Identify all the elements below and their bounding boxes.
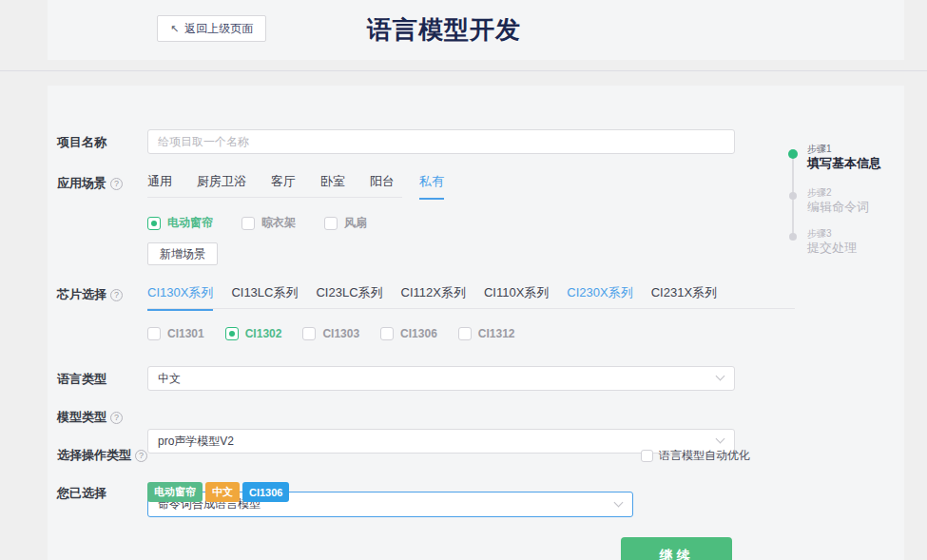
scenario-option-fan[interactable]: 风扇	[324, 215, 367, 231]
back-button-label: 返回上级页面	[184, 21, 253, 37]
header: ↖ 返回上级页面 语言模型开发	[48, 0, 904, 60]
model-label: 模型类型 ?	[57, 409, 123, 426]
scenario-tab-private[interactable]: 私有	[419, 173, 444, 200]
scenario-tabs-underline	[147, 197, 402, 198]
back-button[interactable]: ↖ 返回上级页面	[157, 15, 266, 42]
chip-tab-ci231x[interactable]: CI231X系列	[651, 284, 717, 311]
step-2-number: 步骤2	[807, 186, 832, 200]
checkbox-icon	[302, 327, 316, 340]
step-1-number: 步骤1	[807, 143, 832, 156]
checkbox-icon	[147, 327, 161, 340]
chip-tab-ci130x[interactable]: CI130X系列	[147, 284, 213, 311]
chip-tab-ci110x[interactable]: CI110X系列	[484, 284, 549, 311]
selected-tag-scenario: 电动窗帘	[147, 482, 203, 502]
chip-options: CI1301 CI1302 CI1303 CI1306 CI1312	[147, 327, 515, 340]
step-1-title: 填写基本信息	[807, 155, 881, 172]
scenario-tab-bedroom[interactable]: 卧室	[320, 173, 345, 200]
chip-tab-ci230x[interactable]: CI230X系列	[567, 284, 632, 311]
project-name-field	[147, 129, 735, 154]
checkbox-icon	[241, 217, 255, 230]
checkbox-icon	[458, 327, 472, 340]
auto-optimize-label: 语言模型自动优化	[659, 448, 750, 464]
step-3-title: 提交处理	[807, 240, 857, 257]
chevron-down-icon	[716, 372, 725, 381]
checkbox-checked-icon	[147, 217, 161, 230]
chip-tabs-underline	[147, 308, 795, 309]
scenario-tab-balcony[interactable]: 阳台	[370, 173, 395, 200]
selected-tag-chip: CI1306	[242, 482, 289, 502]
page-title: 语言模型开发	[367, 13, 521, 47]
chip-tabs: CI130X系列 CI13LC系列 CI23LC系列 CI112X系列 CI11…	[147, 284, 717, 311]
scenario-tab-kitchen-bath[interactable]: 厨房卫浴	[197, 173, 246, 200]
continue-button[interactable]: 继续	[621, 537, 732, 560]
selected-label: 您已选择	[57, 485, 106, 502]
step-2-dot-icon	[789, 192, 797, 200]
checkbox-checked-icon	[225, 327, 239, 340]
help-icon[interactable]: ?	[110, 178, 123, 190]
step-3-number: 步骤3	[807, 227, 832, 241]
checkbox-icon	[380, 327, 394, 340]
step-2-title: 编辑命令词	[807, 199, 869, 216]
chip-option-ci1312[interactable]: CI1312	[458, 327, 515, 340]
model-select-value: pro声学模型V2	[158, 434, 234, 450]
help-icon[interactable]: ?	[135, 450, 147, 462]
page: ↖ 返回上级页面 语言模型开发 项目名称 应用场景 ? 通用 厨房卫浴 客厅 卧…	[0, 0, 927, 560]
back-arrow-icon: ↖	[170, 24, 179, 34]
selected-tags: 电动窗帘 中文 CI1306	[147, 482, 289, 502]
chip-tab-ci23lc[interactable]: CI23LC系列	[316, 284, 382, 311]
checkbox-icon	[641, 450, 653, 462]
language-label: 语言类型	[57, 371, 106, 388]
step-3-dot-icon	[789, 233, 797, 241]
checkbox-icon	[324, 217, 338, 230]
chevron-down-icon	[614, 497, 624, 507]
chevron-down-icon	[716, 434, 725, 444]
chip-option-ci1306[interactable]: CI1306	[380, 327, 437, 340]
language-select-value: 中文	[158, 371, 181, 387]
scenario-option-curtain[interactable]: 电动窗帘	[147, 215, 213, 231]
help-icon[interactable]: ?	[110, 412, 123, 424]
chip-option-ci1301[interactable]: CI1301	[147, 327, 204, 340]
chip-tab-ci112x[interactable]: CI112X系列	[401, 284, 466, 311]
scenario-tab-general[interactable]: 通用	[147, 173, 172, 200]
scenario-tabs: 通用 厨房卫浴 客厅 卧室 阳台 私有	[147, 173, 444, 200]
chip-tab-ci13lc[interactable]: CI13LC系列	[231, 284, 298, 311]
scenario-option-drying-rack[interactable]: 晾衣架	[241, 215, 296, 231]
chip-option-ci1303[interactable]: CI1303	[302, 327, 359, 340]
chip-label: 芯片选择 ?	[57, 286, 123, 303]
step-1-dot-icon	[788, 149, 798, 159]
scenario-tab-living-room[interactable]: 客厅	[271, 173, 296, 200]
add-scenario-button[interactable]: 新增场景	[147, 242, 218, 265]
auto-optimize-option[interactable]: 语言模型自动优化	[641, 448, 750, 464]
project-name-input[interactable]	[148, 130, 734, 153]
project-name-label: 项目名称	[57, 134, 106, 151]
scenario-options: 电动窗帘 晾衣架 风扇	[147, 215, 367, 231]
chip-option-ci1302[interactable]: CI1302	[225, 327, 282, 340]
selected-tag-language: 中文	[205, 482, 240, 502]
header-divider	[0, 70, 927, 71]
operation-label: 选择操作类型 ?	[57, 447, 147, 464]
language-select[interactable]: 中文	[147, 366, 735, 391]
scenario-label: 应用场景 ?	[57, 175, 123, 192]
help-icon[interactable]: ?	[110, 289, 123, 301]
